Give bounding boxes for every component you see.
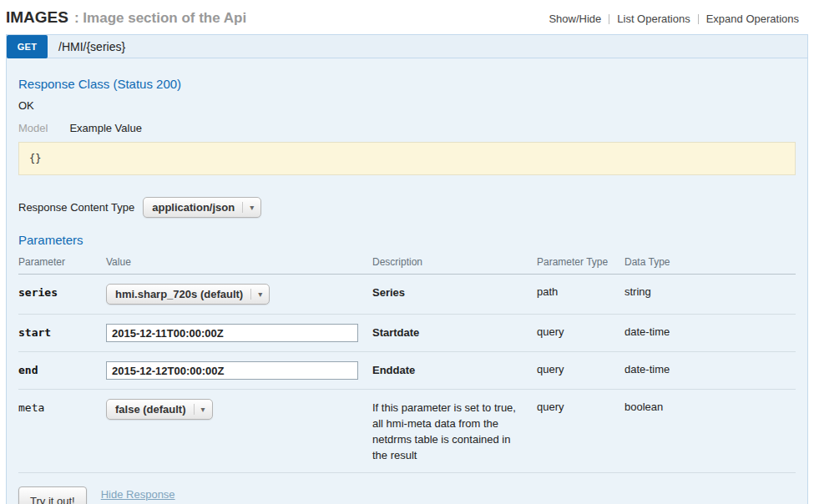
operation-footer: Try it out! Hide Response [18,486,796,504]
tab-example-value[interactable]: Example Value [69,122,141,134]
param-description-meta: If this parameter is set to true, all hm… [372,390,537,473]
example-value-block: {} [18,142,796,175]
response-content-type-row: Response Content Type application/json [18,197,796,218]
resource-links: Show/Hide List Operations Expand Operati… [541,13,806,25]
hide-response-link[interactable]: Hide Response [101,488,175,501]
param-type-series: path [537,275,624,315]
param-description-series: Series [372,275,537,315]
response-status-text: OK [18,99,796,112]
tab-model[interactable]: Model [18,122,48,134]
param-type-start: query [537,315,624,352]
col-header-value: Value [106,250,372,275]
param-description-end: Enddate [372,352,537,390]
meta-select[interactable]: false (default) [106,399,213,420]
data-type-series: string [624,275,796,315]
meta-select-value: false (default) [115,403,186,416]
swagger-page: IMAGES : Image section of the Api Show/H… [0,0,814,504]
show-hide-link[interactable]: Show/Hide [541,13,609,25]
param-type-meta: query [537,390,624,473]
param-name-meta: meta [18,390,106,473]
end-input[interactable] [106,361,358,380]
response-tabs: Model Example Value [18,122,796,134]
get-operation: GET /HMI/{series} Response Class (Status… [6,34,808,504]
col-header-parameter-type: Parameter Type [537,250,624,275]
resource-subtitle: : Image section of the Api [74,10,246,27]
chevron-down-icon [242,202,254,213]
resource-header: IMAGES : Image section of the Api Show/H… [6,0,808,34]
param-description-start: Startdate [372,315,537,352]
chevron-down-icon [250,289,262,300]
operation-heading[interactable]: GET /HMI/{series} [6,34,808,58]
param-row-series: series hmi.sharp_720s (default) Series p… [18,275,796,315]
col-header-description: Description [372,250,537,275]
param-name-series: series [18,275,106,315]
expand-operations-link[interactable]: Expand Operations [699,13,806,25]
data-type-end: date-time [624,352,796,390]
operation-content: Response Class (Status 200) OK Model Exa… [6,58,808,504]
response-content-type-value: application/json [152,201,235,214]
response-class-heading: Response Class (Status 200) [18,77,796,91]
param-name-end: end [18,352,106,390]
resource-title: IMAGES [6,8,68,27]
series-select[interactable]: hmi.sharp_720s (default) [106,284,270,305]
response-content-type-label: Response Content Type [18,201,134,214]
data-type-start: date-time [624,315,796,352]
param-row-end: end Enddate query date-time [18,352,796,390]
http-method-badge[interactable]: GET [7,35,48,58]
table-header-row: Parameter Value Description Parameter Ty… [18,250,796,275]
param-row-meta: meta false (default) If this parameter i… [18,390,796,473]
list-operations-link[interactable]: List Operations [609,13,697,25]
parameters-table: Parameter Value Description Parameter Ty… [18,250,796,473]
try-it-out-button[interactable]: Try it out! [18,486,87,504]
param-row-start: start Startdate query date-time [18,315,796,352]
start-input[interactable] [106,324,358,342]
param-name-start: start [18,315,106,352]
response-content-type-select[interactable]: application/json [143,197,261,218]
data-type-meta: boolean [624,390,796,473]
col-header-parameter: Parameter [18,250,106,275]
param-type-end: query [537,352,624,390]
operation-path[interactable]: /HMI/{series} [58,40,125,53]
chevron-down-icon [194,404,205,415]
col-header-data-type: Data Type [624,250,796,275]
series-select-value: hmi.sharp_720s (default) [115,288,243,300]
parameters-heading: Parameters [18,233,796,247]
